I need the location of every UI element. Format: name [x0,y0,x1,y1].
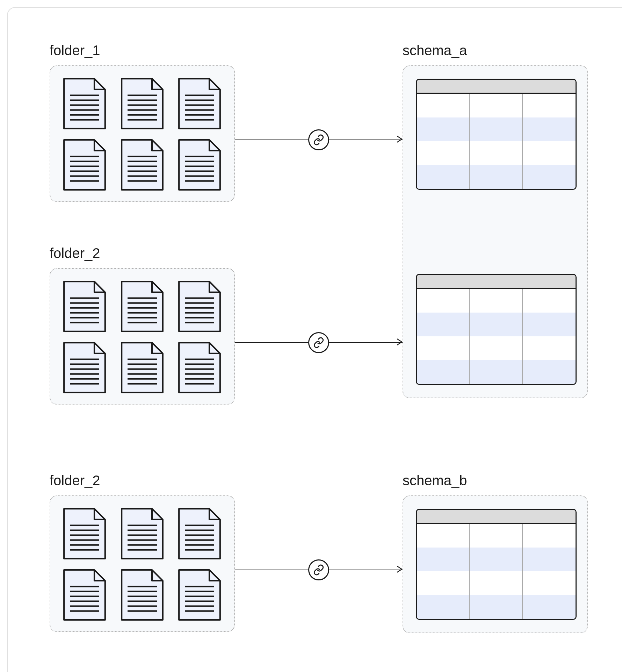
table-cell [417,289,470,313]
folder-group-1: folder_1 [50,43,235,202]
arrowhead-icon [397,135,403,144]
link-icon [308,332,329,353]
document-icon [60,507,109,561]
table-cell [470,117,522,141]
table-cell [417,313,470,336]
document-icon [175,341,224,395]
table-cell [470,524,522,548]
table-cell [523,360,576,384]
connector-3 [235,559,403,580]
document-icon [118,341,167,395]
document-icon [175,138,224,192]
document-icon [60,279,109,334]
table-cell [417,165,470,189]
table-cell [417,524,470,548]
table-body [417,289,576,384]
folder-label: folder_2 [50,473,235,488]
table-cell [523,289,576,313]
connector-line [329,342,403,343]
table-cell [523,548,576,571]
document-icon [175,568,224,622]
connector-line [329,140,403,141]
table-cell [417,360,470,384]
table-cell [417,117,470,141]
table-cell [470,289,522,313]
table-body [417,524,576,619]
table-cell [523,165,576,189]
document-icon [175,279,224,334]
connector-2 [235,332,403,353]
table-header [417,275,576,289]
table-cell [523,141,576,165]
folder-group-2a: folder_2 [50,245,235,405]
document-icon [60,77,109,131]
schema-label: schema_a [403,43,588,58]
table-cell [523,94,576,117]
connector-line [329,570,403,571]
document-icon [60,568,109,622]
table-cell [470,360,522,384]
document-icon [118,77,167,131]
table-cell [523,571,576,595]
table-cell [523,524,576,548]
table-cell [523,336,576,360]
document-icon [175,507,224,561]
folder-box [50,268,235,405]
folder-label: folder_1 [50,43,235,58]
connector-line [235,140,308,141]
table-cell [417,336,470,360]
table-cell [417,595,470,619]
schema-box [403,495,588,633]
schema-group-b: schema_b [403,473,588,633]
document-icon [118,568,167,622]
document-icon [118,138,167,192]
table-cell [470,165,522,189]
table-cell [470,141,522,165]
table-cell [523,313,576,336]
table-cell [470,595,522,619]
connector-line [235,342,308,343]
arrowhead-icon [397,565,403,574]
table-header [417,80,576,94]
table-cell [417,548,470,571]
table-graphic [416,274,577,385]
document-icon [175,77,224,131]
diagram-canvas: folder_1 [7,7,622,672]
table-body [417,94,576,189]
schema-label: schema_b [403,473,588,488]
folder-box [50,65,235,202]
document-icon [60,138,109,192]
link-icon [308,129,329,150]
table-cell [417,94,470,117]
folder-box [50,495,235,632]
connector-line [235,570,308,571]
folder-group-2b: folder_2 [50,473,235,632]
schema-box [403,65,588,398]
table-cell [417,571,470,595]
table-cell [523,117,576,141]
document-icon [60,341,109,395]
link-icon [308,559,329,580]
table-cell [470,313,522,336]
folder-label: folder_2 [50,245,235,261]
table-cell [470,548,522,571]
table-header [417,510,576,524]
document-icon [118,279,167,334]
table-graphic [416,509,577,620]
schema-group-a: schema_a [403,43,588,398]
table-cell [523,595,576,619]
connector-1 [235,129,403,150]
table-cell [470,336,522,360]
document-icon [118,507,167,561]
table-cell [470,571,522,595]
arrowhead-icon [397,338,403,347]
table-graphic [416,79,577,190]
table-cell [470,94,522,117]
table-cell [417,141,470,165]
